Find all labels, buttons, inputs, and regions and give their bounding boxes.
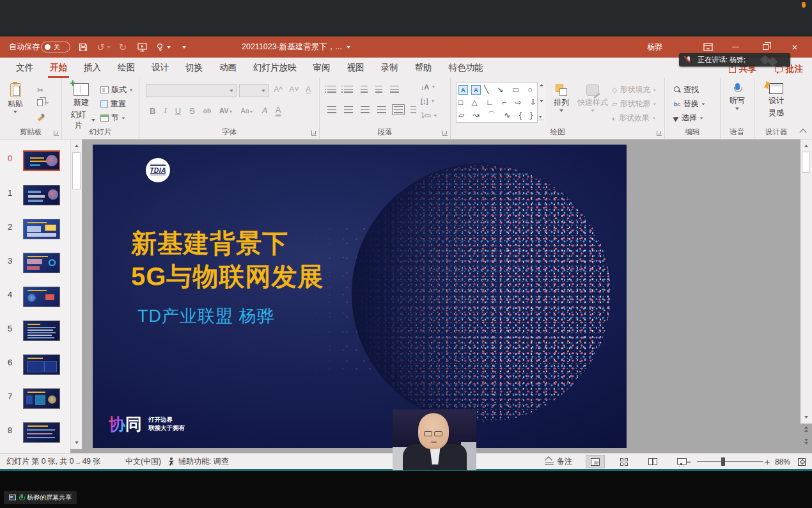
text-direction-button[interactable]: ↓A [421,83,435,91]
section-button[interactable]: 节 [100,113,125,123]
tab-insert[interactable]: 插入 [75,58,109,78]
collapse-ribbon-button[interactable] [799,129,808,135]
slide-thumbnail-5[interactable] [23,321,60,341]
gallery-more-icon[interactable]: ▾— [539,116,544,121]
tab-help[interactable]: 帮助 [407,58,441,78]
paragraph-dialog-launcher[interactable] [442,131,448,136]
slide-thumbnail-4[interactable] [23,287,60,307]
zoom-in-button[interactable]: + [765,454,770,470]
thumbnail-scrollbar[interactable] [70,139,82,449]
shadow-button[interactable]: S [189,106,195,116]
textbox-vertical-icon[interactable]: A [471,85,481,95]
zoom-slider-thumb[interactable] [721,457,725,466]
thumbnail-scroll-thumb[interactable] [72,152,81,189]
redo-button[interactable]: ↻ [116,36,129,58]
tab-animations[interactable]: 动画 [211,58,245,78]
slide-thumbnail-0[interactable] [23,150,60,171]
bold-button[interactable]: B [150,106,155,116]
copy-button[interactable] [37,99,49,106]
convert-to-smartart-button[interactable]: ⤵▭ [421,111,437,120]
layout-button[interactable]: 版式 [100,84,133,95]
slide-thumbnail-2[interactable] [23,219,60,239]
replace-button[interactable]: bc替换 [674,99,705,109]
language-status[interactable]: 中文(中国) [125,454,161,470]
slide-thumbnail-1[interactable] [23,185,60,205]
tab-home[interactable]: 开始 [42,58,75,78]
slide-thumbnail-6[interactable] [23,354,60,375]
reading-view-button[interactable] [643,455,662,468]
normal-view-button[interactable] [586,455,605,468]
touch-mouse-mode-button[interactable] [152,36,174,58]
tab-special-features[interactable]: 特色功能 [441,58,492,78]
align-text-button[interactable]: [↕] [421,97,435,105]
fit-to-window-button[interactable] [798,454,806,470]
shape-row-1[interactable]: ╲ ↘ ▭ ○ [484,85,536,94]
tab-file[interactable]: 文件 [8,58,42,78]
justify-button[interactable] [377,106,386,113]
tab-design[interactable]: 设计 [143,58,177,78]
dictate-button[interactable]: 听写 [726,83,749,110]
customize-qat-button[interactable] [178,36,191,58]
slide-thumbnail-8[interactable] [23,422,60,443]
highlight-color-button[interactable]: 𝐴 [262,106,267,116]
align-center-button[interactable] [344,106,353,113]
autosave-toggle[interactable]: 关 [41,42,70,52]
line-spacing-button[interactable] [390,86,399,93]
clear-formatting-button[interactable]: A [306,85,311,94]
presenter-video[interactable] [393,409,476,470]
shape-row-2[interactable]: □ △ ∟ ⌐ ⇨ ⇩ [458,98,540,107]
clipboard-dialog-launcher[interactable] [54,131,59,136]
slide-scroll-down[interactable] [801,412,811,422]
shrink-font-button[interactable]: A˅ [289,85,299,94]
new-slide-button[interactable]: 新建 幻灯片 [67,83,95,131]
title-dropdown-icon[interactable] [347,46,350,49]
select-button[interactable]: 选择 [674,113,703,123]
save-button[interactable] [75,36,91,58]
tab-slideshow[interactable]: 幻灯片放映 [245,58,305,78]
change-case-button[interactable]: Aa [241,107,253,115]
tab-record[interactable]: 录制 [373,58,407,78]
quick-styles-button[interactable]: 快速样式 [576,84,609,112]
font-size-select[interactable] [239,84,269,97]
undo-button[interactable]: ↺ [95,36,113,58]
italic-button[interactable]: I [164,106,166,116]
slide-scrollbar[interactable] [800,139,812,424]
slide-thumbnail-3[interactable] [23,253,60,273]
accessibility-status[interactable]: 辅助功能: 调查 [168,454,229,470]
slide-scroll-thumb[interactable] [802,152,810,173]
reset-button[interactable]: 重置 [100,99,126,109]
bullets-button[interactable] [327,86,336,93]
zoom-out-button[interactable]: − [685,454,691,470]
align-left-button[interactable] [327,106,336,113]
increase-indent-button[interactable] [375,86,382,93]
font-name-select[interactable] [146,84,237,97]
list-options-button[interactable] [410,106,416,113]
shapes-gallery[interactable]: A A ╲ ↘ ▭ ○ □ △ ∟ ⌐ ⇨ ⇩ ▱ ↝ ⌒ ∿ { } ▾— [456,82,545,123]
font-dialog-launcher[interactable] [311,131,316,136]
decrease-indent-button[interactable] [361,86,368,93]
previous-slide-button[interactable] [802,426,810,434]
cut-button[interactable]: ✂ [37,86,43,95]
zoom-percent[interactable]: 88% [775,454,790,470]
thumbnail-scroll-up[interactable] [72,141,81,150]
design-ideas-button[interactable]: 设计 灵感 [765,83,788,118]
paste-button[interactable]: 粘贴 [8,83,23,113]
find-button[interactable]: 查找 [674,84,699,95]
tab-view[interactable]: 视图 [339,58,373,78]
thumbnail-scroll-down[interactable] [72,438,81,447]
shape-outline-button[interactable]: ▱形状轮廓 [612,99,657,109]
format-painter-button[interactable] [37,113,45,121]
gallery-down-icon[interactable] [540,100,543,102]
shapes-gallery-scrollbar[interactable]: ▾— [537,82,545,123]
arrange-button[interactable]: 排列 [550,84,572,112]
tab-draw[interactable]: 绘图 [109,58,143,78]
columns-button[interactable] [394,106,403,113]
grow-font-button[interactable]: A^ [274,85,283,94]
numbering-button[interactable] [344,86,353,93]
font-color-button[interactable]: A [276,105,281,116]
strikethrough-button[interactable]: ab [203,107,211,115]
slide-canvas[interactable]: TDIA 新基建背景下 5G与物联网发展 TD产业联盟 杨骅 协同 打开边界 联… [93,145,627,448]
next-slide-button[interactable] [802,439,810,447]
gallery-up-icon[interactable] [540,84,543,86]
start-slideshow-button[interactable] [134,36,150,58]
